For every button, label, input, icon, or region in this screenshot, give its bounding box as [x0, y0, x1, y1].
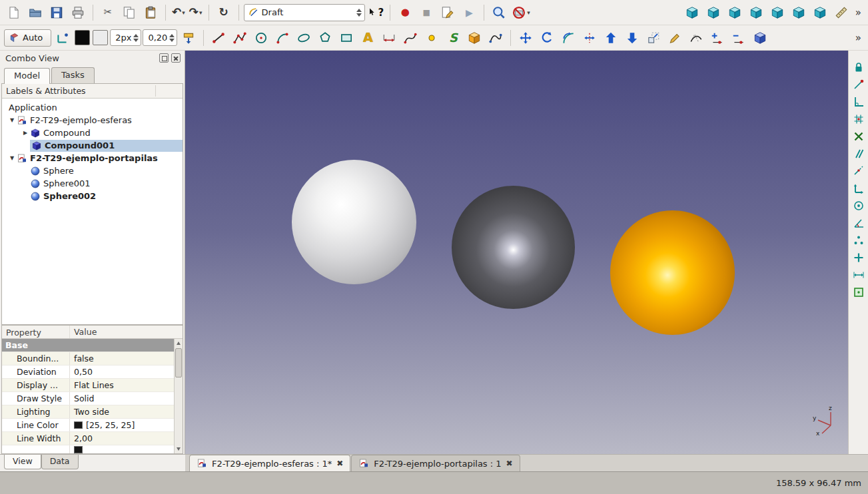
- snap-ortho-button[interactable]: [850, 180, 867, 196]
- draft-trimex-button[interactable]: [580, 28, 600, 48]
- tab-model[interactable]: Model: [4, 68, 50, 84]
- snap-near-button[interactable]: [850, 249, 867, 266]
- property-scrollbar[interactable]: [174, 339, 183, 453]
- draft-line-button[interactable]: [209, 28, 228, 48]
- expander-icon[interactable]: ▶: [21, 130, 30, 136]
- paste-button[interactable]: [141, 3, 161, 23]
- print-button[interactable]: [68, 3, 88, 23]
- line-color-swatch[interactable]: [75, 30, 90, 45]
- scroll-up-button[interactable]: [175, 339, 183, 348]
- view-right-button[interactable]: [746, 3, 766, 23]
- draft-offset-button[interactable]: [558, 28, 578, 48]
- snap-angle-button[interactable]: [850, 214, 867, 231]
- sphere-dark-gray[interactable]: [452, 186, 575, 309]
- draft-circle-button[interactable]: [251, 28, 271, 48]
- toolbar-overflow-button[interactable]: »: [853, 7, 864, 19]
- line-width-spinner[interactable]: 2px: [110, 29, 141, 46]
- draft-rectangle-button[interactable]: [336, 28, 356, 48]
- measure-distance-button[interactable]: [831, 3, 851, 23]
- tree-item-document-portapilas[interactable]: ▼ F2-T29-ejemplo-portapilas: [2, 152, 183, 164]
- draft-upgrade-button[interactable]: [601, 28, 621, 48]
- save-button[interactable]: [47, 3, 67, 23]
- spin-arrows-icon[interactable]: [169, 34, 175, 42]
- tab-view[interactable]: View: [4, 455, 41, 469]
- macro-stop-button[interactable]: ■: [416, 3, 436, 23]
- document-tab-portapilas[interactable]: F2-T29-ejemplo-portapilas : 1 ✖: [351, 455, 520, 471]
- new-document-button[interactable]: [4, 3, 24, 23]
- draft-ellipse-button[interactable]: [294, 28, 314, 48]
- view-left-button[interactable]: [810, 3, 830, 23]
- tree-item-application[interactable]: Application: [2, 101, 183, 114]
- draft-remove-point-button[interactable]: [729, 28, 749, 48]
- tab-tasks[interactable]: Tasks: [51, 67, 95, 83]
- undo-button[interactable]: ↶▾: [171, 3, 187, 23]
- draft-point-button[interactable]: [422, 28, 442, 48]
- property-row-partial[interactable]: [2, 445, 183, 454]
- tree-item-compound001-selected[interactable]: Compound001: [2, 139, 183, 152]
- working-plane-button[interactable]: Auto: [4, 29, 51, 47]
- view-front-button[interactable]: [703, 3, 723, 23]
- toggle-construction-button[interactable]: [53, 28, 73, 48]
- expander-icon[interactable]: ▼: [7, 117, 17, 123]
- snap-extension-button[interactable]: [850, 162, 867, 179]
- draft-bspline-button[interactable]: [400, 28, 420, 48]
- draft-scale-button[interactable]: [644, 28, 663, 48]
- snap-special-button[interactable]: [850, 232, 867, 248]
- close-panel-button[interactable]: [171, 53, 181, 63]
- 3d-viewport[interactable]: z y x: [185, 51, 848, 454]
- tree-item-compound[interactable]: ▶ Compound: [2, 126, 183, 139]
- open-button[interactable]: [25, 3, 45, 23]
- macro-play-button[interactable]: ▶: [459, 3, 479, 23]
- draft-wire-button[interactable]: [230, 28, 250, 48]
- sphere-light-gray[interactable]: [292, 160, 416, 284]
- chevron-down-icon[interactable]: ▾: [199, 9, 203, 16]
- draft-text-button[interactable]: A: [358, 28, 378, 48]
- tree-item-sphere001[interactable]: Sphere001: [2, 177, 183, 190]
- property-row-line-width[interactable]: Line Width 2,00: [2, 432, 183, 445]
- draft-downgrade-button[interactable]: [622, 28, 642, 48]
- draft-edit-button[interactable]: [665, 28, 685, 48]
- column-header-property[interactable]: Property: [2, 326, 70, 338]
- snap-endpoint-button[interactable]: [850, 76, 867, 93]
- redo-button[interactable]: ↷▾: [188, 3, 204, 23]
- snap-perpendicular-button[interactable]: [850, 93, 867, 110]
- snap-parallel-button[interactable]: [850, 145, 867, 162]
- view-top-button[interactable]: [725, 3, 745, 23]
- property-row-lighting[interactable]: Lighting Two side: [2, 405, 183, 419]
- workbench-selector[interactable]: Draft: [244, 4, 365, 21]
- property-row-line-color[interactable]: Line Color [25, 25, 25]: [2, 419, 183, 432]
- toolbar-overflow-button[interactable]: »: [853, 32, 864, 44]
- refresh-button[interactable]: ↻: [214, 3, 234, 23]
- snap-lock-button[interactable]: [850, 59, 867, 75]
- snap-intersection-button[interactable]: [850, 128, 867, 144]
- draft-rotate-button[interactable]: [537, 28, 557, 48]
- float-panel-button[interactable]: [159, 53, 169, 63]
- copy-button[interactable]: [119, 3, 139, 23]
- scroll-down-button[interactable]: [175, 445, 183, 453]
- property-row-boundingbox[interactable]: Boundin... false: [2, 352, 183, 366]
- view-bottom-button[interactable]: [789, 3, 809, 23]
- property-row-draw-style[interactable]: Draw Style Solid: [2, 392, 183, 405]
- cut-button[interactable]: ✂: [98, 3, 118, 23]
- snap-grid-button[interactable]: [850, 111, 867, 127]
- view-rear-button[interactable]: [767, 3, 787, 23]
- document-tab-esferas[interactable]: F2-T29-ejemplo-esferas : 1* ✖: [189, 455, 350, 471]
- tree-item-document-esferas[interactable]: ▼ F2-T29-ejemplo-esferas: [2, 114, 183, 126]
- tree-header[interactable]: Labels & Attributes: [2, 84, 183, 99]
- apply-style-button[interactable]: [179, 28, 199, 48]
- chevron-down-icon[interactable]: ▾: [527, 9, 530, 16]
- macro-edit-button[interactable]: [438, 3, 458, 23]
- snap-center-button[interactable]: [850, 197, 867, 214]
- tree-item-sphere002[interactable]: Sphere002: [2, 190, 183, 202]
- draft-shapestring-button[interactable]: S: [443, 28, 463, 48]
- property-row-deviation[interactable]: Deviation 0,50: [2, 366, 183, 379]
- macro-record-button[interactable]: ●: [395, 3, 415, 23]
- property-row-display-mode[interactable]: Display ... Flat Lines: [2, 379, 183, 392]
- draft-wire-to-bspline-button[interactable]: [686, 28, 706, 48]
- close-icon[interactable]: ✖: [336, 459, 343, 467]
- snap-dimensions-button[interactable]: [850, 266, 867, 283]
- text-scale-spinner[interactable]: 0,20: [143, 29, 177, 46]
- face-color-swatch[interactable]: [93, 30, 108, 45]
- property-group-base[interactable]: Base: [2, 339, 183, 352]
- draft-polygon-button[interactable]: [315, 28, 335, 48]
